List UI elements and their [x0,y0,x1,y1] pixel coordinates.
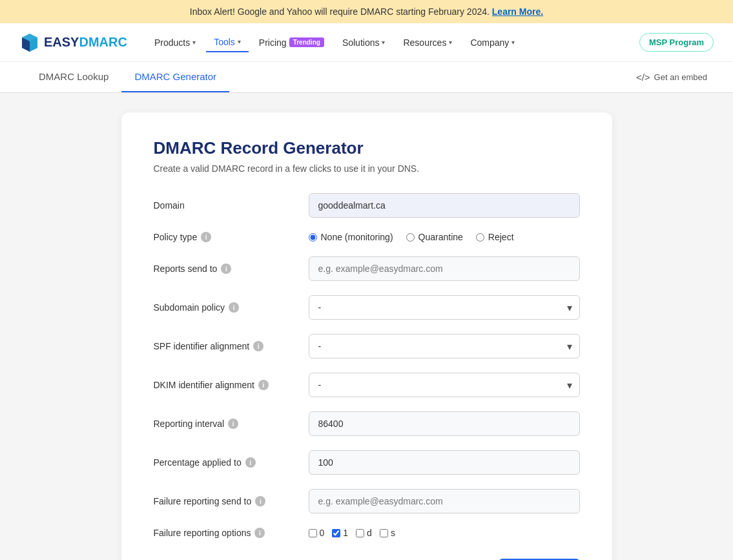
domain-row: Domain [154,193,580,218]
failure-reporting-info-icon[interactable]: i [255,496,265,506]
alert-bar: Inbox Alert! Google and Yahoo will requi… [0,0,733,23]
reports-info-icon[interactable]: i [221,264,231,274]
policy-none-radio[interactable] [309,233,317,242]
chevron-down-icon: ▾ [382,39,385,46]
failure-checkbox-0[interactable] [309,529,317,537]
percentage-label: Percentage applied to i [154,457,296,468]
nav-products[interactable]: Products ▾ [147,34,203,52]
reports-send-to-row: Reports send to i [154,256,580,281]
domain-control [309,193,580,218]
domain-input[interactable] [309,193,580,218]
percentage-control [309,450,580,475]
chevron-down-icon: ▾ [449,39,452,46]
failure-options-label: Failure reporting options i [154,528,296,538]
policy-type-row: Policy type i None (monitoring) Quaranti… [154,232,580,242]
spf-alignment-select[interactable]: - Relaxed Strict [309,334,580,358]
policy-reject-radio[interactable] [476,233,484,242]
subdomain-info-icon[interactable]: i [229,302,239,313]
reports-send-to-label: Reports send to i [154,264,296,274]
failure-option-d[interactable]: d [356,528,372,538]
subdomain-policy-control: - None Quarantine Reject [309,295,580,320]
policy-radio-group: None (monitoring) Quarantine Reject [309,232,580,242]
policy-quarantine-radio[interactable] [406,233,415,242]
failure-option-0[interactable]: 0 [309,528,325,538]
dkim-info-icon[interactable]: i [258,380,269,390]
alert-text: Inbox Alert! Google and Yahoo will requi… [190,6,490,17]
failure-reporting-label: Failure reporting send to i [154,496,296,506]
chevron-down-icon: ▾ [511,39,515,46]
main-content: DMARC Record Generator Create a valid DM… [0,93,733,560]
logo-easy: EASY [44,35,79,49]
nav-resources[interactable]: Resources ▾ [395,34,460,52]
failure-reporting-input[interactable] [309,489,580,513]
spf-alignment-control: - Relaxed Strict [309,334,580,358]
policy-quarantine-option[interactable]: Quarantine [406,232,463,242]
dkim-alignment-select[interactable]: - Relaxed Strict [309,373,580,397]
failure-options-row: Failure reporting options i 0 1 d [154,528,580,538]
failure-reporting-control [309,489,580,513]
reporting-interval-label: Reporting interval i [154,419,296,429]
chevron-down-icon: ▾ [238,38,241,45]
reporting-interval-input[interactable] [309,411,580,436]
trending-badge: Trending [289,37,324,47]
spf-alignment-label: SPF identifier alignment i [154,341,296,351]
nav-solutions[interactable]: Solutions ▾ [335,34,393,52]
generator-card: DMARC Record Generator Create a valid DM… [121,112,612,560]
navbar: EASYDMARC Products ▾ Tools ▾ Pricing Tre… [0,23,733,62]
card-title: DMARC Record Generator [154,138,580,158]
reporting-interval-row: Reporting interval i [154,411,580,436]
failure-options-group: 0 1 d s [309,528,580,538]
nav-tools[interactable]: Tools ▾ [206,33,249,52]
subdomain-policy-label: Subdomain policy i [154,302,296,313]
subdomain-policy-row: Subdomain policy i - None Quarantine Rej… [154,295,580,320]
nav-pricing[interactable]: Pricing Trending [251,34,332,52]
nav-items: Products ▾ Tools ▾ Pricing Trending Solu… [147,33,633,52]
failure-checkbox-1[interactable] [332,529,340,537]
percentage-input[interactable] [309,450,580,475]
card-subtitle: Create a valid DMARC record in a few cli… [154,163,580,174]
spf-info-icon[interactable]: i [253,341,263,351]
failure-checkbox-d[interactable] [356,529,364,537]
dkim-alignment-label: DKIM identifier alignment i [154,380,296,390]
failure-option-s[interactable]: s [380,528,395,538]
chevron-down-icon: ▾ [192,39,196,46]
percentage-info-icon[interactable]: i [245,457,256,468]
alert-link[interactable]: Learn More. [492,6,543,17]
tab-dmarc-generator[interactable]: DMARC Generator [121,62,229,92]
dkim-alignment-control: - Relaxed Strict [309,373,580,397]
dkim-alignment-row: DKIM identifier alignment i - Relaxed St… [154,373,580,397]
reports-send-to-control [309,256,580,281]
tab-dmarc-lookup[interactable]: DMARC Lookup [26,62,121,92]
reporting-interval-control [309,411,580,436]
embed-icon: </> [636,72,650,83]
domain-label: Domain [154,200,296,211]
logo[interactable]: EASYDMARC [19,32,127,53]
embed-button[interactable]: </> Get an embed [636,72,707,83]
nav-company[interactable]: Company ▾ [462,34,522,52]
failure-options-info-icon[interactable]: i [254,528,265,538]
policy-type-label: Policy type i [154,232,296,242]
subnav: DMARC Lookup DMARC Generator </> Get an … [0,62,733,93]
reports-send-to-input[interactable] [309,256,580,281]
policy-type-info-icon[interactable]: i [201,232,211,242]
percentage-row: Percentage applied to i [154,450,580,475]
spf-alignment-row: SPF identifier alignment i - Relaxed Str… [154,334,580,358]
policy-none-option[interactable]: None (monitoring) [309,232,393,242]
subdomain-policy-select[interactable]: - None Quarantine Reject [309,295,580,320]
msp-program-button[interactable]: MSP Program [639,33,714,52]
policy-reject-option[interactable]: Reject [476,232,514,242]
logo-dmarc: DMARC [79,35,127,49]
failure-reporting-send-to-row: Failure reporting send to i [154,489,580,513]
failure-option-1[interactable]: 1 [332,528,348,538]
failure-checkbox-s[interactable] [380,529,388,537]
embed-label: Get an embed [654,72,707,82]
interval-info-icon[interactable]: i [228,419,238,429]
